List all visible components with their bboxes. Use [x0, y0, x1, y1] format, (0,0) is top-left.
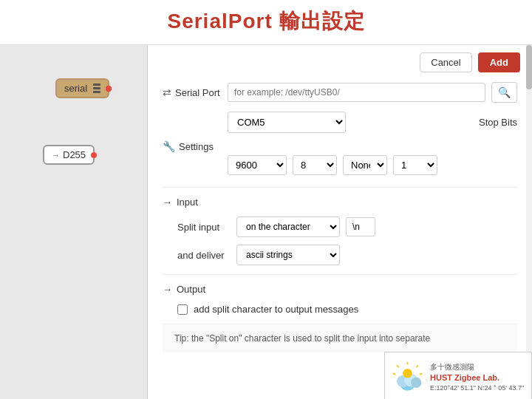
output-section: → Output add split character to output m… — [163, 284, 517, 315]
scroll-track[interactable] — [526, 45, 532, 399]
svg-point-4 — [403, 368, 412, 378]
output-section-label: Output — [177, 284, 205, 295]
add-button[interactable]: Add — [478, 52, 520, 72]
tip-box: Tip: the "Split on" character is used to… — [163, 324, 517, 352]
output-icon: → — [163, 284, 172, 295]
watermark-text-container: 多十微感測陽 HUST Zigbee Lab. E:120°42' 51.1" … — [430, 362, 524, 393]
main-layout: serial → D255 Cancel Add — [0, 45, 532, 399]
serial-port-label-container: ⇄ Serial Port — [163, 86, 222, 98]
node-d255[interactable]: → D255 — [43, 145, 95, 165]
left-panel: serial → D255 — [0, 45, 148, 399]
input-icon: → — [163, 197, 172, 208]
d255-port-dot — [91, 152, 97, 158]
watermark: 多十微感測陽 HUST Zigbee Lab. E:120°42' 51.1" … — [384, 352, 532, 399]
dialog-buttons: Cancel Add — [420, 52, 520, 72]
watermark-extra-text: 多十微感測陽 — [430, 362, 524, 372]
right-panel: Cancel Add ⇄ Serial Port 🔍 COM5 Stop Bit… — [148, 45, 532, 399]
deliver-label: and deliver — [177, 250, 231, 261]
parity-select[interactable]: None — [343, 155, 387, 175]
serial-port-input[interactable] — [228, 83, 485, 102]
section-divider-1 — [163, 187, 517, 188]
baud-rate-select[interactable]: 9600 — [228, 155, 287, 175]
settings-row: 🔧 Settings — [163, 140, 517, 152]
svg-point-3 — [411, 377, 421, 387]
serial-port-row: ⇄ Serial Port 🔍 — [163, 82, 517, 103]
d255-arrow-icon: → — [52, 151, 60, 160]
serial-port-dot-top — [106, 86, 112, 92]
svg-line-7 — [420, 373, 423, 375]
serial-port-label: Serial Port — [175, 87, 220, 98]
serial-node-label: serial — [64, 83, 87, 94]
split-input-row: Split input on the character — [163, 216, 517, 237]
cancel-button[interactable]: Cancel — [420, 52, 471, 72]
section-divider-2 — [163, 274, 517, 275]
split-input-label: Split input — [177, 222, 231, 233]
data-bits-select[interactable]: 8 — [293, 155, 337, 175]
stop-bits-select[interactable]: 1 — [393, 155, 437, 175]
bar-icon — [93, 83, 100, 93]
input-section: → Input Split input on the character and… — [163, 197, 517, 265]
com-select[interactable]: COM5 — [228, 112, 346, 133]
input-section-header: → Input — [163, 197, 517, 208]
split-input-select[interactable]: on the character — [236, 216, 340, 237]
search-button[interactable]: 🔍 — [491, 82, 517, 103]
deliver-select[interactable]: ascii strings — [236, 245, 340, 265]
input-section-label: Input — [177, 197, 198, 208]
watermark-icon — [391, 361, 424, 395]
title-bar: SerialPort 輸出設定 — [0, 0, 532, 45]
serial-port-icon: ⇄ — [163, 86, 171, 98]
output-section-header: → Output — [163, 284, 517, 295]
settings-label-container: 🔧 Settings — [163, 140, 222, 152]
svg-line-9 — [393, 373, 396, 375]
deliver-row: and deliver ascii strings — [163, 245, 517, 265]
watermark-lab-name: HUST Zigbee Lab. — [430, 372, 524, 383]
add-split-char-checkbox[interactable] — [177, 304, 188, 315]
d255-node-label: D255 — [63, 149, 86, 160]
scroll-thumb[interactable] — [526, 45, 532, 89]
svg-line-6 — [416, 365, 418, 367]
com-row: COM5 Stop Bits — [163, 112, 517, 133]
svg-line-8 — [397, 365, 399, 367]
settings-label: Settings — [179, 141, 214, 152]
checkbox-row: add split character to output messages — [163, 304, 517, 315]
split-char-input[interactable] — [346, 217, 375, 236]
form-content: ⇄ Serial Port 🔍 COM5 Stop Bits 🔧 Setting… — [148, 45, 532, 367]
node-serial[interactable]: serial — [55, 78, 109, 98]
baud-row: 9600 8 None 1 — [163, 155, 517, 175]
watermark-coords: E:120°42' 51.1" N:24 ° 05' 43.7" — [430, 383, 524, 393]
tip-text: Tip: the "Split on" character is used to… — [174, 333, 430, 344]
page-title: SerialPort 輸出設定 — [0, 7, 532, 35]
settings-icon: 🔧 — [163, 140, 175, 152]
add-split-char-label: add split character to output messages — [194, 304, 358, 315]
stop-bits-label: Stop Bits — [479, 117, 517, 128]
